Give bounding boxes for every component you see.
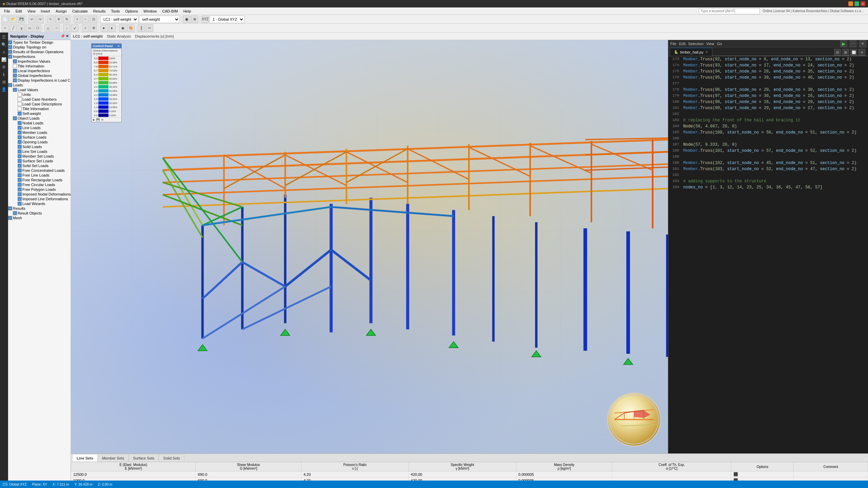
sidebar-icon-3[interactable]: ≡ xyxy=(1,49,7,56)
render-button[interactable]: ▣ xyxy=(183,16,190,23)
tree-checkbox[interactable]: ✓ xyxy=(8,55,12,59)
sidebar-icon-5[interactable]: ⚙ xyxy=(1,64,7,70)
tree-checkbox[interactable]: ✓ xyxy=(18,130,22,135)
nav-tree-item[interactable]: ✓Loads xyxy=(8,83,71,87)
nav-tree-item[interactable]: ✓Free Circular Loads xyxy=(8,182,71,187)
zoom-out-button[interactable]: − xyxy=(82,16,89,23)
sidebar-icon-8[interactable]: 👤 xyxy=(1,86,7,93)
split-left-button[interactable]: ⊟ xyxy=(834,49,841,56)
select-button[interactable]: ↖ xyxy=(47,16,54,23)
cut-button[interactable]: ✂ xyxy=(146,24,153,32)
nav-tree-item[interactable]: ✓Load Values xyxy=(8,87,71,92)
nav-tree-item[interactable]: ✓Line Loads xyxy=(8,125,71,130)
cp-close-button[interactable]: ✕ xyxy=(117,44,120,48)
table-options-cell[interactable]: ⬛ xyxy=(731,477,794,481)
tree-checkbox[interactable]: ✓ xyxy=(13,116,17,120)
nav-tree-item[interactable]: ✓Opening Loads xyxy=(8,140,71,144)
tree-checkbox[interactable]: ✓ xyxy=(18,111,22,116)
table-options-cell[interactable]: ⬛ xyxy=(731,471,794,477)
load-case-dropdown[interactable]: LC1 : self-weight xyxy=(100,16,138,23)
nav-tree-item[interactable]: ✓Solid Set Loads xyxy=(8,163,71,168)
tree-checkbox[interactable] xyxy=(18,102,22,106)
sidebar-icon-2[interactable]: 🔍 xyxy=(1,41,7,48)
tab-member-sets[interactable]: Member Sets xyxy=(98,454,129,462)
result-type-dropdown[interactable]: self-weight xyxy=(139,16,180,23)
rotate-button[interactable]: ↻ xyxy=(63,16,71,23)
minimize-button[interactable]: ─ xyxy=(848,1,853,6)
cp-save-button[interactable]: 💾 xyxy=(96,118,100,121)
nav-tree-item[interactable]: ✓Surface Set Loads xyxy=(8,159,71,163)
split-right-button[interactable]: ⊞ xyxy=(842,49,849,56)
close-button[interactable]: ✕ xyxy=(861,1,865,6)
menu-window[interactable]: Window xyxy=(141,8,159,14)
tree-checkbox[interactable] xyxy=(18,93,22,97)
tree-checkbox[interactable]: ✓ xyxy=(18,178,22,182)
zoom-in-button[interactable]: + xyxy=(74,16,81,23)
view-dropdown[interactable]: 1 - Global XYZ xyxy=(210,16,244,23)
tree-checkbox[interactable]: ✓ xyxy=(8,45,12,49)
menu-cad-bim[interactable]: CAD-BIM xyxy=(159,8,180,14)
menu-options[interactable]: Options xyxy=(122,8,141,14)
code-tab-timber-hall[interactable]: 🐍 timber_hall.py ✕ xyxy=(670,48,712,56)
hinge-button[interactable]: ○ xyxy=(53,24,60,32)
nav-tree-item[interactable]: ✓Nodal Loads xyxy=(8,121,71,125)
tree-checkbox[interactable]: ✓ xyxy=(18,140,22,144)
nav-tree-item[interactable]: ✓Imposed Nodal Deformations xyxy=(8,192,71,197)
code-run-button[interactable]: ▶ xyxy=(840,40,847,47)
tree-checkbox[interactable]: ✓ xyxy=(8,216,12,220)
tree-checkbox[interactable] xyxy=(18,107,22,111)
nav-tree-item[interactable]: ✓Local Imperfections xyxy=(8,68,71,73)
nav-tree-item[interactable]: ✓Results xyxy=(8,206,71,211)
menu-view[interactable]: View xyxy=(25,8,38,14)
nav-tree-item[interactable]: ✓Mesh xyxy=(8,216,71,220)
display-button[interactable]: ◉ xyxy=(119,24,126,32)
tree-checkbox[interactable]: ✓ xyxy=(13,59,17,63)
tree-checkbox[interactable]: ✓ xyxy=(18,183,22,187)
viewport-3d[interactable]: Control Panel ✕ Global Deformations St [… xyxy=(71,40,668,453)
search-input[interactable] xyxy=(699,8,760,14)
member-button[interactable]: ╔ xyxy=(18,24,25,32)
nav-tree-item[interactable]: Units xyxy=(8,92,71,97)
tree-checkbox[interactable] xyxy=(18,97,22,101)
tree-checkbox[interactable]: ✓ xyxy=(13,74,17,78)
calc-button[interactable]: ⚙ xyxy=(90,24,97,32)
tree-checkbox[interactable]: ✓ xyxy=(13,88,17,92)
tree-checkbox[interactable]: ✓ xyxy=(18,187,22,191)
menu-results[interactable]: Results xyxy=(91,8,108,14)
sidebar-icon-4[interactable]: 📊 xyxy=(1,56,7,63)
sidebar-icon-1[interactable]: ☰ xyxy=(1,34,7,41)
nav-tree-item[interactable]: ✓Solid Loads xyxy=(8,144,71,149)
tab-solid-sets[interactable]: Solid Sets xyxy=(159,454,184,462)
nav-tree-item[interactable]: ✓Results of Boolean Operations xyxy=(8,49,71,54)
tree-checkbox[interactable]: ✓ xyxy=(18,202,22,206)
menu-assign[interactable]: Assign xyxy=(53,8,70,14)
code-editor-content[interactable]: 173Member.Truss(92, start_node_no = 6, e… xyxy=(668,56,868,453)
nav-tree-item[interactable]: ✓Object Loads xyxy=(8,116,71,121)
menu-file[interactable]: File xyxy=(1,8,13,14)
tab-close-button[interactable]: ✕ xyxy=(705,50,708,54)
tree-checkbox[interactable]: ✓ xyxy=(8,83,12,87)
nav-tree-item[interactable]: ✓Imperfections xyxy=(8,54,71,59)
new-button[interactable]: 📄 xyxy=(1,16,9,23)
nav-tree-item[interactable]: ✓Member Loads xyxy=(8,130,71,135)
nav-tree-item[interactable]: Load Case Numbers xyxy=(8,97,71,102)
nodalload-button[interactable]: ↙ xyxy=(71,24,79,32)
maximize-editor-button[interactable]: ⬜ xyxy=(850,49,857,56)
nav-tree-item[interactable]: ✓Imperfection Values xyxy=(8,59,71,64)
tab-surface-sets[interactable]: Surface Sets xyxy=(129,454,159,462)
nav-tree-item[interactable]: Title Information xyxy=(8,64,71,68)
node-button[interactable]: • xyxy=(1,24,9,32)
nav-tree-item[interactable]: ✓Types for Timber Design xyxy=(8,40,71,45)
nav-tree-item[interactable]: ✓Free Line Loads xyxy=(8,173,71,178)
nav-tree-item[interactable]: ✓Load Wizards xyxy=(8,201,71,206)
nav-tree-item[interactable]: ✓Imposed Line Deformations xyxy=(8,197,71,201)
tree-checkbox[interactable]: ✓ xyxy=(18,126,22,130)
menu-edit[interactable]: Edit xyxy=(13,8,25,14)
nav-tree-item[interactable]: ✓Display Imperfections in Load Cases & C… xyxy=(8,78,71,83)
wireframe-button[interactable]: ⊞ xyxy=(191,16,198,23)
code-menu-file[interactable]: File xyxy=(670,42,676,46)
tab-line-sets[interactable]: Line Sets xyxy=(72,454,98,462)
save-button[interactable]: 💾 xyxy=(18,16,25,23)
close-editor-button[interactable]: ✕ xyxy=(859,49,865,56)
nav-tree-item[interactable]: ✓Global Imperfections xyxy=(8,73,71,78)
